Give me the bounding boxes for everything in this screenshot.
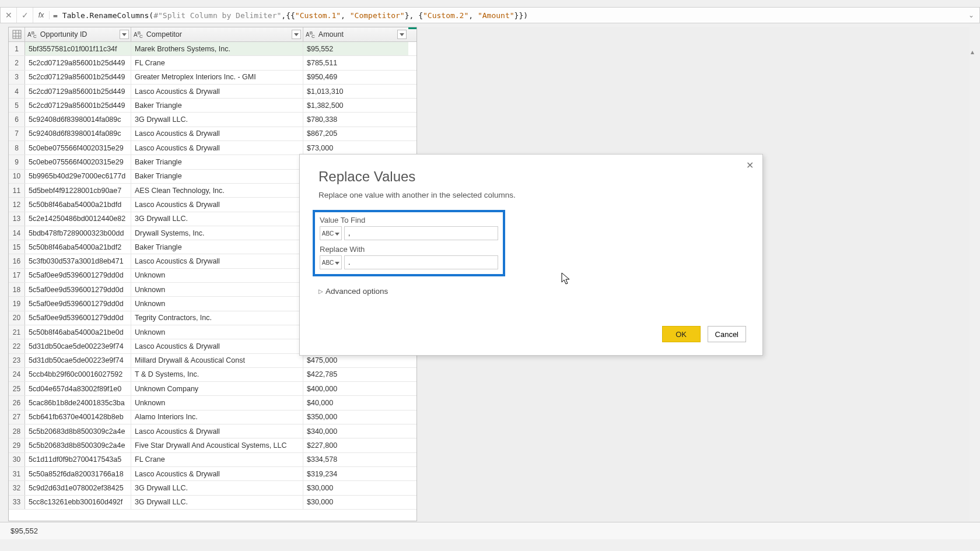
cell-competitor[interactable]: Lasco Acoustics & Drywall	[131, 85, 303, 98]
cell-competitor[interactable]: Baker Triangle	[131, 240, 303, 254]
row-number[interactable]: 23	[9, 354, 25, 367]
cell-competitor[interactable]: T & D Systems, Inc.	[131, 368, 303, 381]
table-row[interactable]: 55c2cd07129a856001b25d449Baker Triangle$…	[9, 99, 416, 113]
row-number[interactable]: 30	[9, 453, 25, 466]
cell-opportunity[interactable]: 5cc8c13261ebb300160d492f	[25, 496, 131, 509]
cell-competitor[interactable]: Tegrity Contractors, Inc.	[131, 311, 303, 325]
column-filter-button[interactable]	[120, 30, 129, 39]
cell-competitor[interactable]: Baker Triangle	[131, 170, 303, 183]
cell-amount[interactable]: $785,511	[303, 56, 408, 69]
cell-amount[interactable]: $340,000	[303, 424, 408, 438]
table-row[interactable]: 65c92408d6f83980014fa089c3G Drywall LLC.…	[9, 113, 416, 127]
cell-competitor[interactable]: Drywall Systems, Inc.	[131, 226, 303, 240]
cell-amount[interactable]: $95,552	[303, 42, 408, 55]
cell-competitor[interactable]: Lasco Acoustics & Drywall	[131, 127, 303, 141]
cell-amount[interactable]: $1,013,310	[303, 85, 408, 98]
row-number[interactable]: 11	[9, 184, 25, 197]
cell-competitor[interactable]: Unknown	[131, 283, 303, 296]
scroll-up-button[interactable]: ▴	[967, 47, 978, 57]
cell-opportunity[interactable]: 5c5af0ee9d5396001279dd0d	[25, 283, 131, 296]
cell-opportunity[interactable]: 5c5af0ee9d5396001279dd0d	[25, 269, 131, 282]
cell-competitor[interactable]: Lasco Acoustics & Drywall	[131, 198, 303, 211]
cell-opportunity[interactable]: 5c1d11df0f9b2700417543a5	[25, 453, 131, 466]
value-to-find-input[interactable]	[344, 226, 498, 240]
cell-opportunity[interactable]: 5c50b8f46aba54000a21bdf2	[25, 240, 131, 254]
cell-competitor[interactable]: Greater Metroplex Interiors Inc. - GMI	[131, 71, 303, 84]
replace-with-input[interactable]	[344, 255, 498, 269]
cell-opportunity[interactable]: 5c50b8f46aba54000a21bdfd	[25, 198, 131, 211]
formula-expand-button[interactable]: ⌄	[963, 11, 979, 19]
row-number[interactable]: 7	[9, 127, 25, 141]
find-type-picker[interactable]: ABC	[320, 226, 342, 240]
table-row[interactable]: 85c0ebe075566f40020315e29Lasco Acoustics…	[9, 141, 416, 155]
cell-opportunity[interactable]: 5c2cd07129a856001b25d449	[25, 56, 131, 69]
cell-opportunity[interactable]: 5d31db50cae5de00223e9f74	[25, 354, 131, 367]
table-row[interactable]: 255cd04e657d4a83002f89f1e0Unknown Compan…	[9, 382, 416, 396]
row-number[interactable]: 2	[9, 56, 25, 69]
row-number[interactable]: 17	[9, 269, 25, 282]
row-number[interactable]: 21	[9, 325, 25, 339]
table-row[interactable]: 75c92408d6f83980014fa089cLasco Acoustics…	[9, 127, 416, 141]
cell-competitor[interactable]: Lasco Acoustics & Drywall	[131, 254, 303, 268]
cell-amount[interactable]: $422,785	[303, 368, 408, 381]
cell-opportunity[interactable]: 5d5bebf4f91228001cb90ae7	[25, 184, 131, 197]
row-number[interactable]: 22	[9, 339, 25, 353]
cell-opportunity[interactable]: 5c5b20683d8b8500309c2a4e	[25, 438, 131, 452]
cell-opportunity[interactable]: 5c2e14250486bd0012440e82	[25, 212, 131, 226]
row-number[interactable]: 27	[9, 410, 25, 424]
cell-opportunity[interactable]: 5c0ebe075566f40020315e29	[25, 141, 131, 155]
row-number[interactable]: 31	[9, 467, 25, 480]
cell-opportunity[interactable]: 5c2cd07129a856001b25d449	[25, 99, 131, 112]
cell-opportunity[interactable]: 5c5af0ee9d5396001279dd0d	[25, 311, 131, 325]
column-header-competitor[interactable]: ABC Competitor	[131, 27, 303, 41]
cell-amount[interactable]: $475,000	[303, 354, 408, 367]
cell-competitor[interactable]: Alamo Interiors Inc.	[131, 410, 303, 424]
table-row[interactable]: 315c50a852f6da820031766a18Lasco Acoustic…	[9, 467, 416, 481]
cell-opportunity[interactable]: 5b9965b40d29e7000ec6177d	[25, 170, 131, 183]
cell-competitor[interactable]: Lasco Acoustics & Drywall	[131, 424, 303, 438]
cell-opportunity[interactable]: 5cd04e657d4a83002f89f1e0	[25, 382, 131, 395]
replace-type-picker[interactable]: ABC	[320, 255, 342, 269]
cell-competitor[interactable]: 3G Drywall LLC.	[131, 212, 303, 226]
table-row[interactable]: 325c9d2d63d1e078002ef384253G Drywall LLC…	[9, 481, 416, 495]
row-number[interactable]: 12	[9, 198, 25, 211]
row-number[interactable]: 8	[9, 141, 25, 155]
column-header-amount[interactable]: ABC Amount	[303, 27, 408, 41]
cell-opportunity[interactable]: 5c9d2d63d1e078002ef38425	[25, 481, 131, 494]
cell-competitor[interactable]: 3G Drywall LLC.	[131, 481, 303, 494]
row-number[interactable]: 16	[9, 254, 25, 268]
cell-amount[interactable]: $30,000	[303, 496, 408, 509]
cell-amount[interactable]: $400,000	[303, 382, 408, 395]
column-filter-button[interactable]	[397, 30, 407, 39]
dialog-close-button[interactable]: ✕	[743, 158, 757, 172]
cell-opportunity[interactable]: 5ccb4bb29f60c00016027592	[25, 368, 131, 381]
cancel-button[interactable]: Cancel	[708, 326, 746, 342]
cell-amount[interactable]: $350,000	[303, 410, 408, 424]
row-number[interactable]: 18	[9, 283, 25, 296]
table-row[interactable]: 335cc8c13261ebb300160d492f3G Drywall LLC…	[9, 496, 416, 510]
cell-competitor[interactable]: Millard Drywall & Acoustical Const	[131, 354, 303, 367]
ok-button[interactable]: OK	[662, 326, 701, 342]
cell-opportunity[interactable]: 5cac86b1b8de24001835c3ba	[25, 396, 131, 409]
table-row[interactable]: 305c1d11df0f9b2700417543a5FL Crane$334,5…	[9, 453, 416, 467]
cell-opportunity[interactable]: 5c50b8f46aba54000a21be0d	[25, 325, 131, 339]
row-number[interactable]: 28	[9, 424, 25, 438]
cell-competitor[interactable]: Unknown	[131, 297, 303, 310]
row-number[interactable]: 4	[9, 85, 25, 98]
row-number[interactable]: 3	[9, 71, 25, 84]
cell-amount[interactable]: $319,234	[303, 467, 408, 480]
cell-competitor[interactable]: Unknown Company	[131, 382, 303, 395]
cell-opportunity[interactable]: 5c5b20683d8b8500309c2a4e	[25, 424, 131, 438]
cell-amount[interactable]: $334,578	[303, 453, 408, 466]
table-row[interactable]: 25c2cd07129a856001b25d449FL Crane$785,51…	[9, 56, 416, 70]
vertical-scrollbar[interactable]: ▴ ▾	[967, 47, 979, 534]
cell-competitor[interactable]: Lasco Acoustics & Drywall	[131, 467, 303, 480]
column-filter-button[interactable]	[292, 30, 301, 39]
cell-opportunity[interactable]: 5cb641fb6370e4001428b8eb	[25, 410, 131, 424]
table-row[interactable]: 45c2cd07129a856001b25d449Lasco Acoustics…	[9, 85, 416, 99]
cell-opportunity[interactable]: 5c92408d6f83980014fa089c	[25, 113, 131, 126]
row-number[interactable]: 6	[9, 113, 25, 126]
row-number[interactable]: 19	[9, 297, 25, 310]
cell-amount[interactable]: $867,205	[303, 127, 408, 141]
row-number[interactable]: 26	[9, 396, 25, 409]
